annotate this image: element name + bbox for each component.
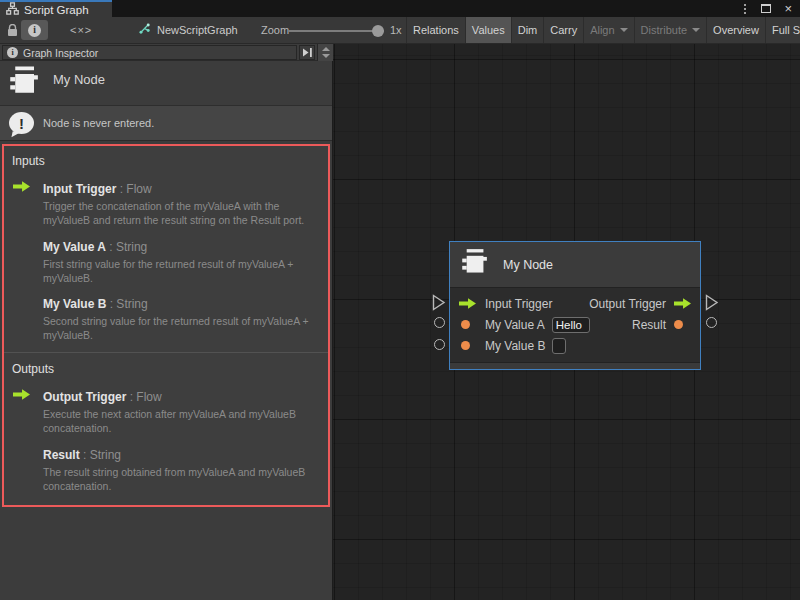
code-preview-icon[interactable]: <×> [70, 17, 92, 43]
graph-canvas[interactable]: My Node Input Trigger Output Trigger [333, 44, 800, 600]
distribute-label: Distribute [641, 24, 687, 36]
window-controls: × [742, 0, 792, 17]
script-graph-asset-icon [138, 21, 151, 39]
zoom-slider-track[interactable] [288, 30, 384, 32]
graph-toolbar: i <×> NewScriptGraph Zoom 1x Relations V… [0, 17, 800, 44]
value-b-port-icon[interactable] [459, 341, 476, 350]
my-node[interactable]: My Node Input Trigger Output Trigger [449, 241, 701, 370]
toolbar-button-strip: Relations Values Dim Carry Align Distrib… [406, 17, 800, 43]
outputs-section-header: Outputs [12, 362, 320, 376]
port-description: Execute the next action after myValueA a… [43, 408, 320, 436]
spinner-down-icon[interactable] [322, 54, 330, 58]
inspector-header: i Graph Inspector [0, 44, 332, 61]
lock-icon[interactable] [7, 17, 18, 43]
port-description: Trigger the concatenation of the myValue… [43, 200, 320, 228]
flow-port-icon [12, 387, 32, 436]
unit-node-icon [9, 65, 39, 102]
external-value-connector[interactable] [434, 317, 445, 328]
output-trigger-port-icon[interactable] [674, 298, 691, 309]
port-entry-output-trigger: Output Trigger : Flow Execute the next a… [12, 387, 320, 436]
input-trigger-port-icon[interactable] [459, 298, 476, 309]
toolbar-button-align[interactable]: Align [584, 17, 634, 43]
node-body: Input Trigger Output Trigger My Value A [450, 288, 700, 362]
toolbar-button-values[interactable]: Values [466, 17, 512, 43]
port-entry-my-value-a: My Value A : String First string value f… [12, 237, 320, 286]
ports-documentation-box: Inputs Input Trigger : Flow Trigger the … [2, 144, 330, 507]
external-flow-connector[interactable] [705, 294, 719, 315]
flow-port-icon [12, 179, 32, 228]
output-trigger-label: Output Trigger [589, 297, 666, 311]
inspector-title: Graph Inspector [23, 47, 98, 59]
inputs-section-header: Inputs [12, 154, 320, 168]
port-title: Input Trigger : Flow [43, 182, 152, 196]
toolbar-button-dim[interactable]: Dim [512, 17, 545, 43]
zoom-slider-handle[interactable] [372, 25, 384, 37]
inspected-node-title: My Node [53, 72, 105, 87]
maximize-icon[interactable] [761, 4, 771, 13]
external-flow-connector[interactable] [432, 294, 446, 315]
external-value-connector[interactable] [706, 317, 717, 328]
port-title: Result : String [43, 448, 121, 462]
script-graph-window: Script Graph × i <×> [0, 0, 800, 600]
info-icon: i [7, 47, 18, 58]
input-trigger-label: Input Trigger [485, 297, 552, 311]
value-port-icon [12, 294, 32, 343]
port-title: My Value B : String [43, 297, 148, 311]
value-a-port-icon[interactable] [459, 320, 476, 329]
value-a-label: My Value A [485, 318, 545, 332]
result-label: Result [632, 318, 666, 332]
chevron-down-icon [692, 28, 700, 32]
graph-inspector-panel: i Graph Inspector [0, 44, 333, 600]
section-divider [4, 352, 328, 353]
warning-text: Node is never entered. [43, 117, 154, 129]
inspector-toggle-button[interactable]: i [21, 20, 48, 40]
external-value-connector[interactable] [434, 339, 445, 350]
port-description: Second string value for the returned res… [43, 315, 320, 343]
node-title: My Node [503, 258, 553, 272]
port-description: First string value for the returned resu… [43, 258, 320, 286]
graph-hierarchy-icon [6, 2, 19, 17]
value-b-label: My Value B [485, 339, 545, 353]
toolbar-button-relations[interactable]: Relations [407, 17, 466, 43]
node-header[interactable]: My Node [450, 242, 700, 288]
node-row-value-a: My Value A Result [450, 314, 700, 335]
inspector-title-box: i Graph Inspector [2, 45, 297, 60]
value-port-icon [12, 237, 32, 286]
port-description: The result string obtained from myValueA… [43, 466, 320, 494]
tab-script-graph[interactable]: Script Graph [0, 0, 112, 17]
info-icon: i [28, 24, 41, 37]
toolbar-button-distribute[interactable]: Distribute [635, 17, 707, 43]
toolbar-button-carry[interactable]: Carry [544, 17, 584, 43]
node-row-trigger: Input Trigger Output Trigger [450, 293, 700, 314]
tab-label: Script Graph [24, 4, 89, 16]
port-title: My Value A : String [43, 240, 147, 254]
toolbar-button-overview[interactable]: Overview [707, 17, 766, 43]
zoom-label: Zoom [261, 17, 289, 43]
unit-node-icon [461, 248, 488, 281]
warning-icon: ! [9, 112, 34, 134]
align-label: Align [590, 24, 614, 36]
value-port-icon [12, 445, 32, 494]
spinner-up-icon[interactable] [322, 47, 330, 51]
chevron-down-icon [620, 28, 628, 32]
graph-name-label: NewScriptGraph [157, 24, 238, 36]
toolbar-button-fullscreen[interactable]: Full S [766, 17, 800, 43]
close-icon[interactable]: × [784, 2, 792, 15]
value-a-input[interactable] [552, 317, 590, 333]
result-port-icon[interactable] [674, 320, 691, 329]
zoom-value: 1x [390, 17, 402, 43]
port-entry-input-trigger: Input Trigger : Flow Trigger the concate… [12, 179, 320, 228]
inspected-node-header: My Node [0, 61, 332, 106]
port-title: Output Trigger : Flow [43, 390, 162, 404]
port-entry-result: Result : String The result string obtain… [12, 445, 320, 494]
node-footer [450, 362, 700, 369]
port-entry-my-value-b: My Value B : String Second string value … [12, 294, 320, 343]
window-tab-bar: Script Graph × [0, 0, 800, 17]
node-row-value-b: My Value B [450, 335, 700, 356]
graph-breadcrumb[interactable]: NewScriptGraph [138, 17, 238, 43]
warning-banner: ! Node is never entered. [0, 106, 332, 141]
value-b-input[interactable] [552, 338, 566, 354]
panel-spinner[interactable] [317, 44, 333, 61]
collapse-panel-icon[interactable] [299, 45, 315, 60]
more-menu-icon[interactable] [744, 8, 746, 10]
